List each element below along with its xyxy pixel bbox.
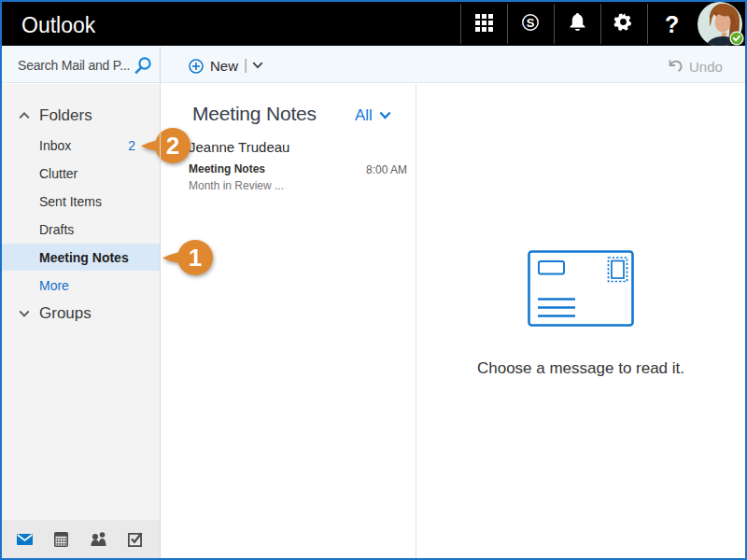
svg-text:1: 1 [189,244,202,272]
svg-text:2: 2 [166,132,179,160]
svg-text:S: S [527,16,535,30]
